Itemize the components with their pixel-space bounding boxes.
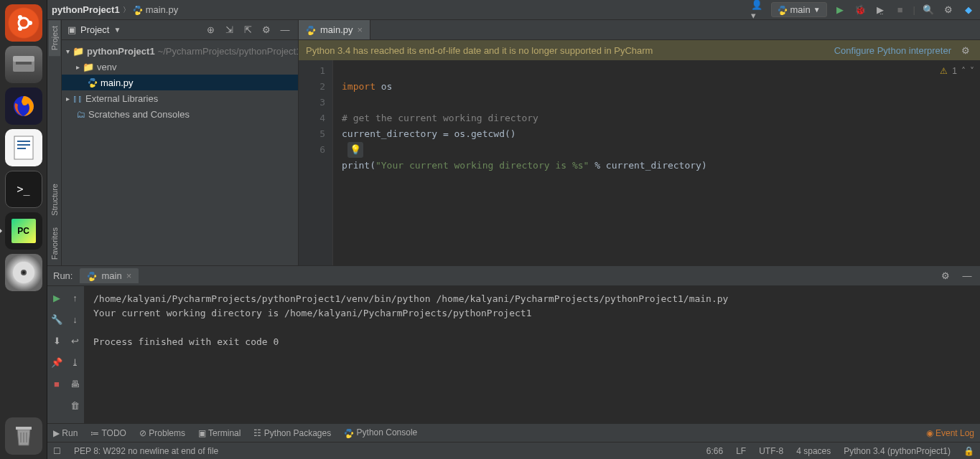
launcher-files[interactable] [5, 46, 42, 83]
soft-wrap-icon[interactable]: ↩ [68, 333, 83, 348]
code-editor[interactable]: 1 2 3 4 5 6 import os # get the current … [299, 60, 980, 265]
run-tab[interactable]: main × [80, 268, 139, 283]
scroll-end-icon[interactable]: ⤓ [68, 355, 83, 369]
banner-settings-icon[interactable]: ⚙ [958, 43, 973, 57]
tab-problems[interactable]: ⊘ Problems [139, 428, 185, 438]
pycharm-ide: pythonProject1 〉 main.py 👤▾ main ▼ ▶ 🐞 ▶… [47, 0, 980, 459]
launcher-ubuntu[interactable] [5, 4, 42, 42]
editor-tab-main[interactable]: main.py × [299, 20, 370, 39]
interpreter-status[interactable]: Python 3.4 (pythonProject1) [844, 446, 951, 456]
indent-setting[interactable]: 4 spaces [796, 446, 831, 456]
run-tab-label: main [101, 270, 121, 281]
expand-all-icon[interactable]: ⇲ [222, 23, 236, 37]
launcher-libreoffice-writer[interactable] [5, 129, 42, 166]
tab-todo[interactable]: ≔ TODO [90, 428, 126, 438]
hide-run-icon[interactable]: — [960, 269, 974, 283]
close-tab-icon[interactable]: × [358, 24, 363, 35]
run-configuration-selector[interactable]: main ▼ [771, 2, 827, 17]
next-highlight-icon[interactable]: ˅ [970, 63, 974, 79]
run-output[interactable]: /home/kalyani/PycharmProjects/pythonProj… [85, 286, 980, 423]
inspections-widget[interactable]: ⚠ 1 ˄ ˅ [940, 63, 974, 79]
launcher-pycharm[interactable]: PC [5, 212, 42, 250]
launcher-trash[interactable] [5, 417, 42, 455]
stop-icon[interactable]: ■ [893, 3, 907, 17]
collapse-all-icon[interactable]: ⇱ [241, 23, 255, 37]
prev-highlight-icon[interactable]: ˄ [961, 63, 966, 79]
caret-position[interactable]: 6:66 [706, 446, 723, 456]
up-icon[interactable]: ↑ [68, 290, 83, 305]
code-paren: ( [370, 160, 375, 171]
breadcrumb-project[interactable]: pythonProject1 [52, 4, 120, 15]
project-tool-window: ▣ Project ▼ ⊕ ⇲ ⇱ ⚙ — ▾ 📁 pythonProject1… [62, 20, 299, 265]
run-toolbar-1: ▶ 🔧 ⬇ 📌 ■ [47, 286, 66, 423]
project-square-icon: ▣ [67, 24, 76, 35]
run-config-name: main [790, 4, 811, 15]
python-icon [87, 271, 97, 281]
debug-button-icon[interactable]: 🐞 [853, 3, 867, 17]
run-toolbar-2: ↑ ↓ ↩ ⤓ 🖶 🗑 [66, 286, 85, 423]
tree-main-file[interactable]: main.py [62, 75, 298, 90]
trash-output-icon[interactable]: 🗑 [68, 398, 83, 412]
configure-interpreter-link[interactable]: Configure Python interpreter [834, 45, 951, 56]
hide-panel-icon[interactable]: — [278, 23, 292, 37]
tree-scratches[interactable]: 🗂 Scratches and Consoles [62, 106, 298, 122]
tab-run[interactable]: ▶ Run [53, 428, 78, 438]
chevron-down-icon: ▾ [66, 47, 70, 55]
launcher-terminal[interactable]: >_ [5, 171, 42, 208]
project-tree[interactable]: ▾ 📁 pythonProject1 ~/PycharmProjects/pyt… [62, 40, 298, 265]
stack-down-icon[interactable]: ⬇ [50, 333, 64, 348]
python-file-icon [88, 77, 98, 87]
code-content[interactable]: import os # get the current working dire… [333, 60, 980, 265]
tree-root[interactable]: ▾ 📁 pythonProject1 ~/PycharmProjects/pyt… [62, 43, 298, 59]
project-panel-title[interactable]: Project [80, 24, 109, 35]
down-icon[interactable]: ↓ [68, 312, 83, 326]
library-icon: ⫿⫿ [73, 93, 83, 104]
chevron-down-icon[interactable]: ▼ [113, 26, 121, 34]
print-icon[interactable]: 🖶 [68, 377, 83, 391]
wrench-icon[interactable]: 🔧 [50, 312, 64, 326]
svg-point-14 [22, 271, 25, 274]
svg-rect-6 [16, 62, 32, 65]
pin-icon[interactable]: 📌 [50, 355, 64, 369]
tab-python-packages[interactable]: ☷ Python Packages [253, 428, 331, 438]
search-everywhere-icon[interactable]: 🔍 [921, 3, 935, 17]
run-with-coverage-icon[interactable]: ▶̤ [873, 3, 887, 17]
close-run-tab-icon[interactable]: × [126, 270, 132, 281]
side-tab-structure[interactable]: Structure [49, 178, 60, 222]
editor-tabs: main.py × [299, 20, 980, 40]
chevron-right-icon: ▸ [76, 63, 80, 71]
intention-bulb-icon[interactable]: 💡 [347, 142, 363, 158]
locate-icon[interactable]: ⊕ [203, 23, 218, 37]
tab-python-console[interactable]: Python Console [344, 427, 417, 438]
stop-run-icon[interactable]: ■ [50, 377, 64, 391]
status-quick-list-icon[interactable]: ☐ [53, 446, 61, 456]
settings-gear-icon[interactable]: ⚙ [941, 3, 956, 17]
breadcrumb[interactable]: pythonProject1 〉 main.py [52, 4, 747, 15]
lock-icon[interactable]: 🔒 [963, 446, 974, 456]
add-user-icon[interactable]: 👤▾ [751, 3, 765, 17]
tree-venv[interactable]: ▸ 📁 venv [62, 59, 298, 75]
file-encoding[interactable]: UTF-8 [759, 446, 783, 456]
event-log[interactable]: ◉ Event Log [926, 428, 974, 438]
run-header: Run: main × ⚙ — [47, 266, 980, 286]
run-settings-icon[interactable]: ⚙ [938, 269, 953, 283]
tree-external-libraries[interactable]: ▸ ⫿⫿ External Libraries [62, 90, 298, 106]
ide-features-icon[interactable]: ◆ [961, 3, 976, 17]
breadcrumb-file[interactable]: main.py [146, 4, 179, 15]
launcher-disc[interactable] [5, 254, 42, 291]
output-line: Your current working directory is /home/… [93, 308, 531, 318]
tab-terminal[interactable]: ▣ Terminal [198, 428, 241, 438]
run-label: Run: [53, 270, 73, 281]
svg-rect-10 [17, 144, 30, 146]
svg-rect-5 [13, 56, 34, 62]
side-tab-project[interactable]: Project [49, 20, 60, 56]
run-button-icon[interactable]: ▶ [833, 3, 847, 17]
launcher-firefox[interactable] [5, 87, 42, 125]
line-separator[interactable]: LF [736, 446, 746, 456]
side-tab-favorites[interactable]: Favorites [49, 222, 60, 265]
navbar-right: 👤▾ main ▼ ▶ 🐞 ▶̤ ■ | 🔍 ⚙ ◆ [751, 2, 976, 17]
panel-settings-icon[interactable]: ⚙ [259, 23, 274, 37]
tree-main-file-label: main.py [101, 77, 134, 88]
rerun-icon[interactable]: ▶ [50, 290, 64, 305]
run-body: ▶ 🔧 ⬇ 📌 ■ ↑ ↓ ↩ ⤓ 🖶 🗑 /home/kalyani/Pych… [47, 286, 980, 423]
